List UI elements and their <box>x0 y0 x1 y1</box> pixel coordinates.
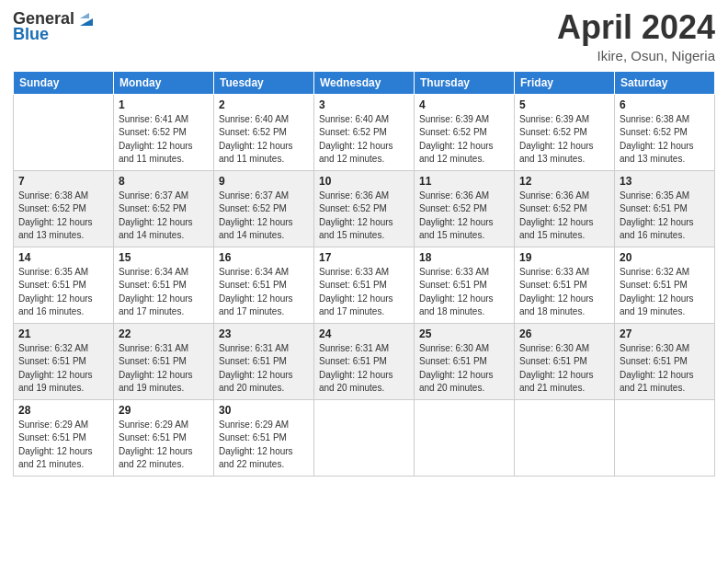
sunset-text: Sunset: 6:51 PM <box>519 355 609 369</box>
sunrise-text: Sunrise: 6:37 AM <box>219 190 309 203</box>
weekday-header: Thursday <box>415 71 515 94</box>
calendar-cell: 11Sunrise: 6:36 AMSunset: 6:52 PMDayligh… <box>415 170 515 247</box>
sunset-text: Sunset: 6:52 PM <box>419 126 509 140</box>
logo-icon <box>76 9 97 29</box>
logo: General Blue <box>13 9 97 44</box>
calendar-cell <box>615 399 715 476</box>
sunrise-text: Sunrise: 6:35 AM <box>620 190 710 203</box>
daylight-text: Daylight: 12 hours and 13 minutes. <box>18 216 108 243</box>
daylight-text: Daylight: 12 hours and 12 minutes. <box>419 140 509 167</box>
sunrise-text: Sunrise: 6:32 AM <box>18 342 108 356</box>
daylight-text: Daylight: 12 hours and 15 minutes. <box>519 216 609 243</box>
sunset-text: Sunset: 6:51 PM <box>18 279 108 293</box>
sunset-text: Sunset: 6:51 PM <box>18 355 108 369</box>
svg-marker-0 <box>80 18 93 26</box>
daylight-text: Daylight: 12 hours and 17 minutes. <box>219 293 309 319</box>
daylight-text: Daylight: 12 hours and 22 minutes. <box>119 445 209 472</box>
day-number: 30 <box>219 404 309 417</box>
calendar-title: April 2024 <box>557 9 715 46</box>
calendar-cell: 7Sunrise: 6:38 AMSunset: 6:52 PMDaylight… <box>14 170 114 247</box>
calendar-week-row: 21Sunrise: 6:32 AMSunset: 6:51 PMDayligh… <box>14 323 715 399</box>
day-number: 15 <box>119 251 209 264</box>
weekday-header: Sunday <box>14 71 114 94</box>
day-info: Sunrise: 6:31 AMSunset: 6:51 PMDaylight:… <box>219 342 309 396</box>
day-info: Sunrise: 6:33 AMSunset: 6:51 PMDaylight:… <box>519 266 609 319</box>
sunset-text: Sunset: 6:51 PM <box>119 431 209 445</box>
day-info: Sunrise: 6:32 AMSunset: 6:51 PMDaylight:… <box>620 266 710 319</box>
daylight-text: Daylight: 12 hours and 19 minutes. <box>18 369 108 396</box>
sunrise-text: Sunrise: 6:30 AM <box>419 342 509 356</box>
sunrise-text: Sunrise: 6:41 AM <box>119 113 209 127</box>
sunrise-text: Sunrise: 6:39 AM <box>519 113 609 127</box>
day-info: Sunrise: 6:34 AMSunset: 6:51 PMDaylight:… <box>119 266 209 319</box>
title-section: April 2024 Ikire, Osun, Nigeria <box>557 9 715 63</box>
calendar-cell: 21Sunrise: 6:32 AMSunset: 6:51 PMDayligh… <box>14 323 114 399</box>
day-number: 18 <box>419 251 509 264</box>
sunrise-text: Sunrise: 6:38 AM <box>620 113 710 127</box>
day-info: Sunrise: 6:37 AMSunset: 6:52 PMDaylight:… <box>119 190 209 243</box>
sunset-text: Sunset: 6:51 PM <box>219 431 309 445</box>
day-number: 25 <box>419 327 509 340</box>
day-number: 3 <box>319 98 409 111</box>
day-number: 29 <box>119 404 209 417</box>
daylight-text: Daylight: 12 hours and 22 minutes. <box>219 445 309 472</box>
day-number: 10 <box>319 175 409 188</box>
calendar-cell: 5Sunrise: 6:39 AMSunset: 6:52 PMDaylight… <box>515 94 615 170</box>
sunset-text: Sunset: 6:52 PM <box>219 202 309 216</box>
sunrise-text: Sunrise: 6:36 AM <box>319 190 409 203</box>
calendar-cell: 8Sunrise: 6:37 AMSunset: 6:52 PMDaylight… <box>114 170 214 247</box>
sunset-text: Sunset: 6:51 PM <box>419 355 509 369</box>
weekday-header: Friday <box>515 71 615 94</box>
calendar-cell: 30Sunrise: 6:29 AMSunset: 6:51 PMDayligh… <box>214 399 314 476</box>
sunset-text: Sunset: 6:51 PM <box>620 202 710 216</box>
day-info: Sunrise: 6:38 AMSunset: 6:52 PMDaylight:… <box>18 190 108 243</box>
sunrise-text: Sunrise: 6:40 AM <box>319 113 409 127</box>
sunrise-text: Sunrise: 6:39 AM <box>419 113 509 127</box>
sunrise-text: Sunrise: 6:29 AM <box>219 419 309 432</box>
day-info: Sunrise: 6:34 AMSunset: 6:51 PMDaylight:… <box>219 266 309 319</box>
day-number: 17 <box>319 251 409 264</box>
day-number: 13 <box>620 175 710 188</box>
weekday-header-row: SundayMondayTuesdayWednesdayThursdayFrid… <box>14 71 715 94</box>
sunset-text: Sunset: 6:52 PM <box>519 126 609 140</box>
sunset-text: Sunset: 6:51 PM <box>119 279 209 293</box>
sunset-text: Sunset: 6:52 PM <box>119 126 209 140</box>
sunrise-text: Sunrise: 6:33 AM <box>419 266 509 280</box>
calendar-cell: 23Sunrise: 6:31 AMSunset: 6:51 PMDayligh… <box>214 323 314 399</box>
daylight-text: Daylight: 12 hours and 21 minutes. <box>519 369 609 396</box>
day-number: 6 <box>620 98 710 111</box>
calendar-cell: 28Sunrise: 6:29 AMSunset: 6:51 PMDayligh… <box>14 399 114 476</box>
day-info: Sunrise: 6:40 AMSunset: 6:52 PMDaylight:… <box>219 113 309 167</box>
day-info: Sunrise: 6:39 AMSunset: 6:52 PMDaylight:… <box>519 113 609 167</box>
day-info: Sunrise: 6:36 AMSunset: 6:52 PMDaylight:… <box>519 190 609 243</box>
calendar-cell: 19Sunrise: 6:33 AMSunset: 6:51 PMDayligh… <box>515 247 615 323</box>
sunset-text: Sunset: 6:52 PM <box>419 202 509 216</box>
day-info: Sunrise: 6:30 AMSunset: 6:51 PMDaylight:… <box>419 342 509 396</box>
day-number: 23 <box>219 327 309 340</box>
daylight-text: Daylight: 12 hours and 19 minutes. <box>620 293 710 319</box>
sunrise-text: Sunrise: 6:33 AM <box>319 266 409 280</box>
daylight-text: Daylight: 12 hours and 13 minutes. <box>519 140 609 167</box>
calendar-cell: 4Sunrise: 6:39 AMSunset: 6:52 PMDaylight… <box>415 94 515 170</box>
calendar-week-row: 14Sunrise: 6:35 AMSunset: 6:51 PMDayligh… <box>14 247 715 323</box>
day-number: 12 <box>519 175 609 188</box>
daylight-text: Daylight: 12 hours and 21 minutes. <box>18 445 108 472</box>
day-number: 11 <box>419 175 509 188</box>
calendar-cell: 22Sunrise: 6:31 AMSunset: 6:51 PMDayligh… <box>114 323 214 399</box>
sunrise-text: Sunrise: 6:33 AM <box>519 266 609 280</box>
sunset-text: Sunset: 6:52 PM <box>620 126 710 140</box>
day-number: 16 <box>219 251 309 264</box>
daylight-text: Daylight: 12 hours and 17 minutes. <box>119 293 209 319</box>
sunset-text: Sunset: 6:51 PM <box>219 355 309 369</box>
sunrise-text: Sunrise: 6:38 AM <box>18 190 108 203</box>
calendar-cell: 25Sunrise: 6:30 AMSunset: 6:51 PMDayligh… <box>415 323 515 399</box>
sunset-text: Sunset: 6:51 PM <box>419 279 509 293</box>
calendar-week-row: 7Sunrise: 6:38 AMSunset: 6:52 PMDaylight… <box>14 170 715 247</box>
day-number: 19 <box>519 251 609 264</box>
sunrise-text: Sunrise: 6:36 AM <box>519 190 609 203</box>
day-number: 27 <box>620 327 710 340</box>
sunrise-text: Sunrise: 6:30 AM <box>519 342 609 356</box>
day-number: 1 <box>119 98 209 111</box>
sunset-text: Sunset: 6:52 PM <box>319 202 409 216</box>
calendar-cell: 9Sunrise: 6:37 AMSunset: 6:52 PMDaylight… <box>214 170 314 247</box>
